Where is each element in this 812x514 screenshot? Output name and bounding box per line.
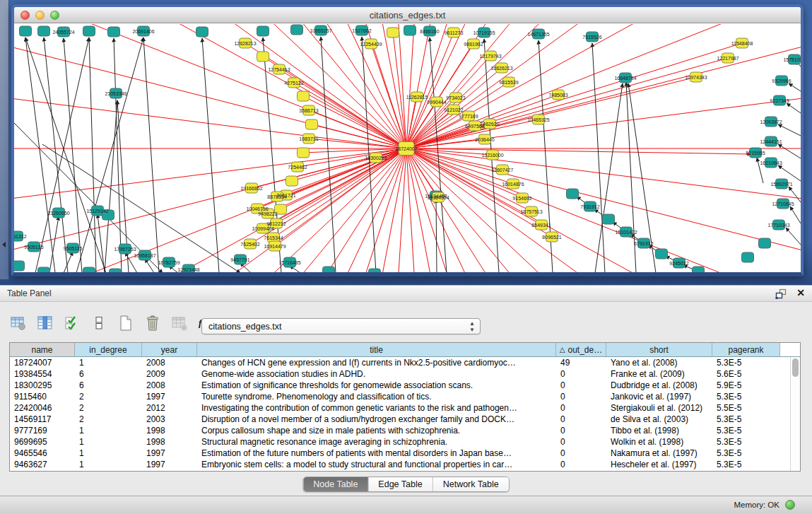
graph-node[interactable] (306, 119, 318, 129)
left-panel-collapsed-strip[interactable] (0, 0, 9, 279)
show-columns-icon[interactable] (36, 314, 54, 332)
table-row[interactable]: 911546021997Tourette syndrome. Phenomeno… (10, 391, 790, 402)
merge-rows-icon[interactable] (90, 314, 108, 332)
graph-node[interactable] (298, 148, 310, 158)
table-row[interactable]: 1830029562008Estimation of significance … (10, 380, 790, 391)
network-window-titlebar[interactable]: citations_edges.txt (14, 7, 801, 23)
table-cell: 18724007 (10, 357, 75, 368)
table-cell: Hescheler et al. (1997) (606, 459, 712, 470)
graph-edge-black (789, 83, 801, 91)
graph-node[interactable] (603, 214, 615, 224)
table-rows: 1872400712008Changes of HCN gene express… (10, 357, 790, 471)
graph-node[interactable] (20, 26, 32, 36)
graph-node[interactable] (567, 189, 579, 199)
graph-node[interactable] (38, 26, 50, 36)
citation-network-graph[interactable]: 2405572420691406106552571527602846616010… (14, 24, 801, 272)
table-row[interactable]: 977716911998Corpus callosum shape and si… (10, 425, 790, 436)
tab-edge-table[interactable]: Edge Table (368, 477, 433, 491)
table-cell: 9463627 (10, 459, 75, 470)
table-cell: Estimation of significance thresholds fo… (197, 380, 556, 391)
graph-node[interactable] (369, 269, 381, 272)
table-selector-dropdown[interactable]: citations_edges.txt ▲▼ (201, 318, 481, 334)
table-row[interactable]: 1938455462009Genome-wide association stu… (10, 368, 790, 380)
new-document-icon[interactable] (117, 314, 135, 332)
table-cell: 1 (75, 448, 142, 459)
column-header-out_degree[interactable]: △out_de… (556, 343, 606, 356)
graph-node-label: 1527602 (352, 28, 371, 33)
graph-edge-red (14, 24, 406, 148)
graph-node[interactable] (387, 28, 399, 37)
graph-node[interactable] (196, 27, 208, 37)
table-cell: 2003 (142, 414, 197, 425)
graph-node[interactable] (323, 267, 335, 272)
graph-node[interactable] (257, 26, 269, 36)
column-header-name[interactable]: name (10, 343, 75, 356)
graph-node[interactable] (693, 267, 705, 272)
graph-node-label: 15129142 (86, 209, 108, 214)
table-cell: 9777169 (10, 425, 75, 436)
collapse-left-arrow-icon[interactable] (2, 242, 6, 247)
graph-node-label: 3061312 (14, 234, 27, 239)
graph-node[interactable] (257, 52, 269, 62)
graph-node-label: 8096521 (542, 235, 561, 240)
table-row[interactable]: 1872400712008Changes of HCN gene express… (10, 357, 790, 368)
graph-edge-black (778, 124, 801, 136)
column-header-short[interactable]: short (606, 343, 712, 356)
select-rows-check-icon[interactable] (63, 314, 81, 332)
graph-node[interactable] (298, 91, 310, 101)
graph-node[interactable] (291, 25, 303, 35)
float-panel-icon[interactable] (775, 288, 787, 299)
table-cell: Dudbridge et al. (2008) (606, 380, 712, 391)
table-cell: 18300295 (10, 380, 75, 391)
network-canvas[interactable]: 2405572420691406106552571527602846616010… (14, 24, 801, 272)
graph-node[interactable] (108, 27, 120, 37)
vertical-scrollbar[interactable] (790, 357, 800, 471)
graph-node-label: 11607427 (492, 168, 514, 173)
table-cell: 0 (556, 380, 606, 391)
table-row[interactable]: 946362711997Embryonic stem cells: a mode… (10, 459, 790, 470)
table-row[interactable]: 1456911722003Disruption of a novel membe… (10, 414, 790, 425)
table-row[interactable]: 2242004622012Investigating the contribut… (10, 402, 790, 414)
table-cell: 2 (75, 414, 142, 425)
scrollbar-thumb[interactable] (792, 358, 799, 377)
graph-node[interactable] (759, 238, 771, 248)
table-cell: Stergiakouli et al. (2012) (606, 402, 712, 414)
graph-node-label: 4275122 (284, 81, 303, 86)
memory-status-indicator[interactable] (785, 500, 795, 510)
table-cell: 1 (75, 357, 142, 368)
graph-node[interactable] (14, 261, 25, 271)
table-cell: 0 (556, 459, 606, 470)
table-settings-icon[interactable] (9, 314, 28, 332)
graph-node[interactable] (404, 25, 416, 35)
graph-edge-black (787, 103, 801, 113)
table-cell: 1 (75, 436, 142, 448)
graph-node-label: 19166852 (240, 186, 262, 191)
graph-node[interactable] (656, 249, 668, 259)
graph-node-label: 11262815 (406, 95, 428, 100)
graph-node[interactable] (286, 176, 298, 186)
graph-node[interactable] (38, 267, 50, 272)
delete-table-trash-icon[interactable] (143, 314, 162, 332)
graph-node-label: 3586713 (299, 108, 318, 113)
graph-node-label: 12628213 (234, 41, 256, 46)
graph-node[interactable] (110, 269, 122, 272)
graph-edge-red (14, 24, 406, 148)
column-header-year[interactable]: year (142, 343, 197, 356)
table-row[interactable]: 946554611997Estimation of the future num… (10, 448, 790, 459)
column-header-pagerank[interactable]: pagerank (712, 343, 780, 356)
column-header-title[interactable]: title (197, 343, 556, 356)
graph-node[interactable] (83, 267, 95, 272)
column-header-in_degree[interactable]: in_degree (75, 343, 142, 356)
graph-edge-black (143, 37, 159, 272)
table-cell: 5.3E-5 (712, 414, 780, 425)
tab-node-table[interactable]: Node Table (303, 477, 368, 491)
table-cell: 5.3E-5 (712, 391, 780, 402)
close-panel-icon[interactable]: ✕ (796, 287, 805, 298)
graph-node[interactable] (83, 26, 95, 36)
tab-network-table[interactable]: Network Table (433, 477, 509, 491)
graph-node-label: 7615344 (264, 235, 283, 240)
graph-node-label: 9154692 (512, 196, 531, 201)
graph-node-label: 12444151 (760, 139, 782, 144)
table-row[interactable]: 969969511998Structural magnetic resonanc… (10, 436, 790, 448)
graph-node[interactable] (742, 252, 754, 262)
